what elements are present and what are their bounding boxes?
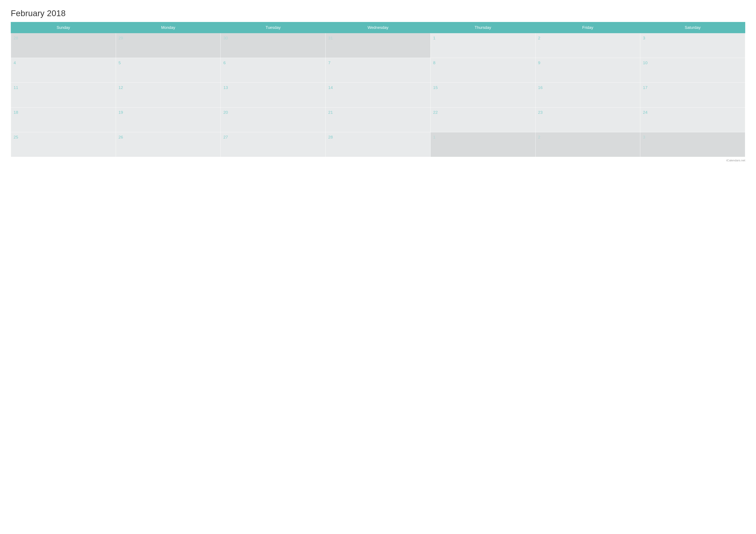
day-number: 11 <box>14 85 18 90</box>
header-friday: Friday <box>535 22 640 33</box>
header-thursday: Thursday <box>430 22 535 33</box>
calendar-day: 24 <box>640 108 745 132</box>
day-number: 8 <box>433 60 436 66</box>
day-number: 24 <box>643 110 647 115</box>
watermark: iCalendars.net <box>11 159 745 162</box>
calendar-week-row: 18192021222324 <box>11 108 745 132</box>
calendar-week-row: 25262728123 <box>11 132 745 157</box>
calendar-day: 1 <box>430 132 535 157</box>
day-number: 31 <box>328 35 333 41</box>
calendar-day: 28 <box>11 33 116 58</box>
day-number: 14 <box>328 85 333 90</box>
day-number: 28 <box>328 135 333 140</box>
calendar-day: 2 <box>535 132 640 157</box>
calendar-day: 10 <box>640 58 745 83</box>
header-tuesday: Tuesday <box>221 22 326 33</box>
calendar-day: 17 <box>640 83 745 108</box>
day-number: 1 <box>433 35 436 41</box>
calendar-day: 31 <box>326 33 431 58</box>
calendar-day: 23 <box>535 108 640 132</box>
calendar-day: 30 <box>221 33 326 58</box>
header-wednesday: Wednesday <box>326 22 431 33</box>
day-number: 1 <box>433 135 436 140</box>
day-number: 25 <box>14 135 18 140</box>
day-number: 3 <box>643 135 645 140</box>
calendar-week-row: 11121314151617 <box>11 83 745 108</box>
calendar-day: 16 <box>535 83 640 108</box>
calendar-day: 22 <box>430 108 535 132</box>
day-number: 16 <box>538 85 543 90</box>
header-monday: Monday <box>116 22 221 33</box>
day-number: 20 <box>223 110 228 115</box>
day-number: 19 <box>119 110 123 115</box>
calendar-day: 27 <box>221 132 326 157</box>
calendar-day: 20 <box>221 108 326 132</box>
calendar-day: 18 <box>11 108 116 132</box>
day-number: 5 <box>119 60 121 66</box>
calendar-day: 25 <box>11 132 116 157</box>
calendar-title: February 2018 <box>11 9 745 18</box>
day-number: 4 <box>14 60 16 66</box>
day-number: 2 <box>538 135 540 140</box>
calendar-day: 29 <box>116 33 221 58</box>
day-number: 12 <box>119 85 123 90</box>
calendar-table: Sunday Monday Tuesday Wednesday Thursday… <box>11 22 745 157</box>
calendar-day: 7 <box>326 58 431 83</box>
day-number: 13 <box>223 85 228 90</box>
day-number: 18 <box>14 110 18 115</box>
calendar-day: 8 <box>430 58 535 83</box>
day-number: 10 <box>643 60 647 66</box>
calendar-day: 28 <box>326 132 431 157</box>
calendar-week-row: 28293031123 <box>11 33 745 58</box>
day-number: 21 <box>328 110 333 115</box>
day-number: 9 <box>538 60 540 66</box>
day-number: 26 <box>119 135 123 140</box>
calendar-day: 2 <box>535 33 640 58</box>
day-number: 30 <box>223 35 228 41</box>
calendar-day: 1 <box>430 33 535 58</box>
header-saturday: Saturday <box>640 22 745 33</box>
day-number: 27 <box>223 135 228 140</box>
day-number: 15 <box>433 85 438 90</box>
day-number: 22 <box>433 110 438 115</box>
calendar-day: 19 <box>116 108 221 132</box>
calendar-day: 15 <box>430 83 535 108</box>
header-sunday: Sunday <box>11 22 116 33</box>
calendar-day: 3 <box>640 33 745 58</box>
day-number: 6 <box>223 60 226 66</box>
day-number: 3 <box>643 35 645 41</box>
calendar-day: 13 <box>221 83 326 108</box>
calendar-body: 2829303112345678910111213141516171819202… <box>11 33 745 157</box>
day-number: 29 <box>119 35 123 41</box>
calendar-day: 6 <box>221 58 326 83</box>
calendar-day: 3 <box>640 132 745 157</box>
calendar-day: 21 <box>326 108 431 132</box>
calendar-day: 5 <box>116 58 221 83</box>
calendar-day: 12 <box>116 83 221 108</box>
day-number: 17 <box>643 85 647 90</box>
calendar-day: 14 <box>326 83 431 108</box>
day-number: 28 <box>14 35 18 41</box>
header-row: Sunday Monday Tuesday Wednesday Thursday… <box>11 22 745 33</box>
day-number: 23 <box>538 110 543 115</box>
calendar-week-row: 45678910 <box>11 58 745 83</box>
calendar-header: Sunday Monday Tuesday Wednesday Thursday… <box>11 22 745 33</box>
calendar-day: 26 <box>116 132 221 157</box>
calendar-day: 11 <box>11 83 116 108</box>
calendar-day: 9 <box>535 58 640 83</box>
day-number: 7 <box>328 60 331 66</box>
day-number: 2 <box>538 35 540 41</box>
calendar-day: 4 <box>11 58 116 83</box>
